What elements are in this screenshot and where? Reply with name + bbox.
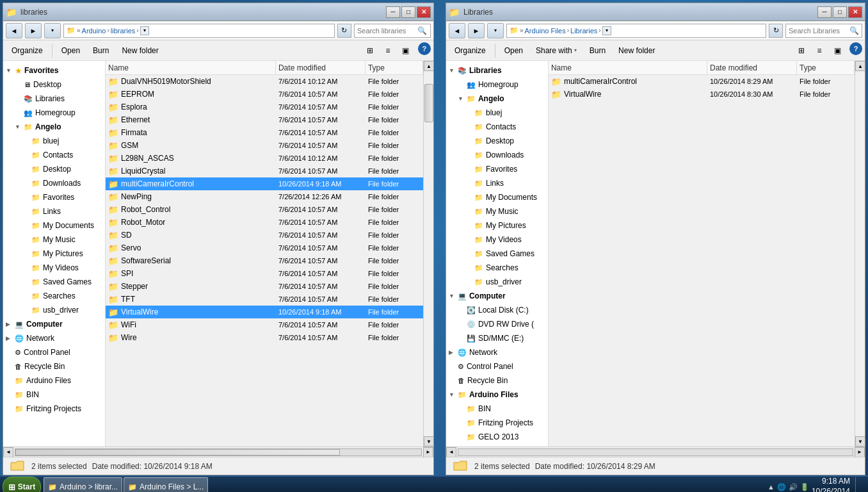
left-nav-myvideos[interactable]: 📁 My Videos [3, 261, 105, 275]
right-col-type[interactable]: Type [797, 61, 855, 75]
right-minimize-button[interactable]: ─ [817, 6, 832, 18]
left-path-arduino[interactable]: Arduino [82, 27, 106, 35]
left-scroll-thumb[interactable] [424, 84, 433, 122]
table-row[interactable]: 📁 L298N_ASCAS 7/6/2014 10:12 AM File fol… [106, 152, 423, 165]
right-nav-sdmmc[interactable]: 💾 SD/MMC (E:) [446, 331, 548, 345]
table-row[interactable]: 📁 LiquidCrystal 7/6/2014 10:57 AM File f… [106, 165, 423, 177]
table-row[interactable]: 📁 GSM 7/6/2014 10:57 AM File folder [106, 139, 423, 152]
left-open-button[interactable]: Open [56, 42, 86, 59]
right-path-libraries[interactable]: Libraries [570, 27, 597, 35]
left-recent-button[interactable]: ▾ [44, 23, 61, 38]
tray-volume-icon[interactable]: 🔊 [789, 483, 798, 491]
right-path-arduinofiles[interactable]: Arduino Files [525, 27, 566, 35]
left-preview-button[interactable]: ▣ [398, 42, 414, 59]
right-nav-fritzingprojects[interactable]: 📁 Fritzing Projects [446, 416, 548, 430]
right-col-name[interactable]: Name [549, 61, 707, 75]
table-row[interactable]: 📁 VirtualWire 10/26/2014 9:18 AM File fo… [106, 306, 423, 318]
left-nav-homegroup[interactable]: 👥 Homegroup [3, 106, 105, 120]
right-hscroll-right[interactable]: ► [855, 447, 865, 457]
left-nav-bluej[interactable]: 📁 bluej [3, 134, 105, 148]
left-nav-mymusic[interactable]: 📁 My Music [3, 233, 105, 247]
right-path-dropdown[interactable]: ▾ [602, 26, 611, 35]
table-row[interactable]: 📁 DualVNH5019MotorShield 7/6/2014 10:12 … [106, 75, 423, 88]
right-help-button[interactable]: ? [849, 42, 862, 55]
right-nav-computer[interactable]: ▼ 💻 Computer [446, 289, 548, 303]
table-row[interactable]: 📁 SD 7/6/2014 10:57 AM File folder [106, 229, 423, 242]
left-forward-button[interactable]: ► [25, 23, 42, 38]
right-nav-network[interactable]: ▶ 🌐 Network [446, 345, 548, 359]
left-search-icon[interactable]: 🔍 [417, 26, 427, 35]
table-row[interactable]: 📁 Esplora 7/6/2014 10:57 AM File folder [106, 101, 423, 113]
left-nav-recyclebin[interactable]: 🗑 Recycle Bin [3, 359, 105, 373]
left-col-type[interactable]: Type [366, 61, 423, 75]
right-scrollbar-h[interactable]: ◄ ► [446, 447, 865, 457]
left-nav-links[interactable]: 📁 Links [3, 204, 105, 218]
right-nav-mypictures[interactable]: 📁 My Pictures [446, 218, 548, 233]
right-refresh-button[interactable]: ↻ [769, 24, 783, 38]
left-details-button[interactable]: ≡ [380, 42, 396, 59]
left-nav-desktop-sub[interactable]: 📁 Desktop [3, 162, 105, 176]
right-maximize-button[interactable]: □ [833, 6, 847, 18]
left-path-libraries[interactable]: libraries [111, 27, 136, 35]
left-nav-favorites[interactable]: ▼ ★ Favorites [3, 63, 105, 78]
right-nav-angelo[interactable]: ▼ 📁 Angelo [446, 92, 548, 106]
left-hscroll-right[interactable]: ► [423, 447, 433, 457]
right-views-button[interactable]: ⊞ [793, 42, 810, 59]
right-forward-button[interactable]: ► [468, 23, 485, 38]
left-hscroll-left[interactable]: ◄ [3, 447, 13, 457]
table-row[interactable]: 📁 multiCameraIrControl 10/26/2014 9:18 A… [106, 177, 423, 190]
right-close-button[interactable]: ✕ [848, 6, 862, 18]
left-col-name[interactable]: Name [106, 61, 276, 75]
left-nav-searches[interactable]: 📁 Searches [3, 289, 105, 303]
left-minimize-button[interactable]: ─ [386, 6, 400, 18]
table-row[interactable]: 📁 Stepper 7/6/2014 10:57 AM File folder [106, 280, 423, 293]
left-nav-arduinofiles[interactable]: 📁 Arduino Files [3, 373, 105, 388]
right-preview-button[interactable]: ▣ [829, 42, 846, 59]
left-nav-controlpanel[interactable]: ⚙ Control Panel [3, 345, 105, 359]
table-row[interactable]: 📁 multiCameraIrControl 10/26/2014 8:29 A… [549, 75, 855, 88]
right-scroll-up[interactable]: ▲ [855, 61, 865, 71]
tray-network-icon[interactable]: 🌐 [777, 483, 786, 491]
right-nav-favorites[interactable]: 📁 Favorites [446, 162, 548, 176]
left-organize-button[interactable]: Organize [6, 42, 49, 59]
taskbar-item-right[interactable]: 📁 Arduino Files > L... [124, 477, 208, 492]
right-search-box[interactable]: 🔍 [785, 24, 862, 38]
tray-battery-icon[interactable]: 🔋 [800, 483, 809, 491]
table-row[interactable]: 📁 Wire 7/6/2014 10:57 AM File folder [106, 331, 423, 344]
left-address-path[interactable]: 📁 » Arduino › libraries › ▾ [63, 24, 335, 38]
right-open-button[interactable]: Open [499, 42, 529, 59]
right-nav-usbdriver[interactable]: 📁 usb_driver [446, 275, 548, 289]
left-scrollbar-v[interactable]: ▲ ▼ [423, 61, 433, 447]
left-nav-mydocuments[interactable]: 📁 My Documents [3, 218, 105, 233]
taskbar-item-left[interactable]: 📁 Arduino > librar... [44, 477, 122, 492]
right-nav-localc[interactable]: 💽 Local Disk (C:) [446, 303, 548, 317]
left-col-date[interactable]: Date modified [276, 61, 366, 75]
start-button[interactable]: ⊞ Start [3, 477, 41, 492]
left-scroll-up[interactable]: ▲ [424, 61, 433, 71]
left-nav-contacts[interactable]: 📁 Contacts [3, 148, 105, 162]
right-newfolder-button[interactable]: New folder [613, 42, 661, 59]
left-refresh-button[interactable]: ↻ [337, 24, 351, 38]
left-nav-usbdriver[interactable]: 📁 usb_driver [3, 303, 105, 317]
left-scroll-down[interactable]: ▼ [424, 436, 433, 447]
table-row[interactable]: 📁 Servo 7/6/2014 10:57 AM File folder [106, 242, 423, 254]
clock[interactable]: 9:18 AM 10/26/2014 [812, 477, 850, 492]
left-back-button[interactable]: ◄ [6, 23, 22, 38]
right-nav-recyclebin[interactable]: 🗑 Recycle Bin [446, 373, 548, 388]
left-search-box[interactable]: 🔍 [354, 24, 431, 38]
right-nav-bin[interactable]: 📁 BIN [446, 402, 548, 416]
left-close-button[interactable]: ✕ [417, 6, 431, 18]
left-scrollbar-h[interactable]: ◄ ► [3, 447, 433, 457]
left-nav-mypictures[interactable]: 📁 My Pictures [3, 247, 105, 261]
right-nav-savedgames[interactable]: 📁 Saved Games [446, 247, 548, 261]
left-help-button[interactable]: ? [418, 42, 431, 55]
left-nav-downloads[interactable]: 📁 Downloads [3, 176, 105, 190]
left-nav-savedgames[interactable]: 📁 Saved Games [3, 275, 105, 289]
table-row[interactable]: 📁 SoftwareSerial 7/6/2014 10:57 AM File … [106, 254, 423, 267]
right-recent-button[interactable]: ▾ [487, 23, 504, 38]
right-nav-mydocuments[interactable]: 📁 My Documents [446, 190, 548, 204]
right-nav-links[interactable]: 📁 Links [446, 176, 548, 190]
table-row[interactable]: 📁 Robot_Control 7/6/2014 10:57 AM File f… [106, 203, 423, 216]
left-nav-network[interactable]: ▶ 🌐 Network [3, 331, 105, 345]
right-organize-button[interactable]: Organize [449, 42, 492, 59]
